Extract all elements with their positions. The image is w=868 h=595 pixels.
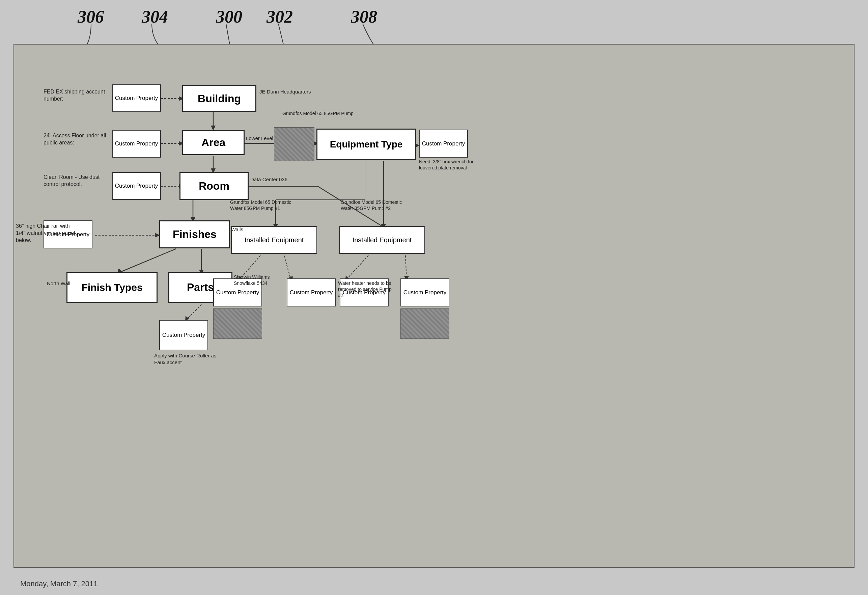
custom-property-area-node: Custom Property <box>112 130 161 158</box>
ref-304: 304 <box>142 7 168 27</box>
custom-property-equipment-type-node: Custom Property <box>419 130 468 158</box>
equipment-image-3 <box>400 308 449 339</box>
ref-302: 302 <box>267 7 293 27</box>
equipment-image-2 <box>213 308 262 339</box>
svg-line-27 <box>347 256 368 280</box>
custom-property-room-node: Custom Property <box>112 172 161 200</box>
annotation-clean-room: Clean Room - Use dust control protocol. <box>44 174 111 188</box>
annotation-water-heater: Water heater needs to be removed to serv… <box>338 280 399 299</box>
area-node: Area <box>182 130 245 155</box>
annotation-chair-rail: 36" high Chair rail with 1/4" walnut ven… <box>16 223 78 244</box>
custom-property-eq2b-node: Custom Property <box>400 278 449 306</box>
building-node: Building <box>182 85 256 112</box>
svg-line-10 <box>186 305 201 320</box>
custom-property-building-node: Custom Property <box>112 84 161 112</box>
page-container: 306 304 300 302 308 <box>0 0 868 595</box>
annotation-grundfos1: Grundfos Model 65 Domestic Water 85GPM P… <box>230 199 298 211</box>
installed-equipment-2-node: Installed Equipment <box>339 226 425 254</box>
equipment-image-1 <box>274 127 314 161</box>
finishes-node: Finishes <box>159 221 230 249</box>
footer-date: Monday, March 7, 2011 <box>20 579 98 588</box>
annotation-data-center: Data Center 036 <box>250 176 294 183</box>
annotation-walls: Walls <box>231 226 258 233</box>
diagram-area: Building Area Room Finishes Finish Types… <box>13 44 855 568</box>
annotation-access-floor: 24" Access Floor under all public areas: <box>44 132 111 147</box>
annotation-apply-faux: Apply with Course Roller as Faux accent <box>154 352 221 366</box>
ref-numbers-area: 306 304 300 302 308 <box>0 3 868 44</box>
custom-property-parts-node: Custom Property <box>159 320 208 350</box>
annotation-sherwin: Sherwin Williams Snowflake 5434 <box>234 274 286 286</box>
annotation-lower-level: Lower Level <box>246 135 290 142</box>
svg-line-6 <box>119 249 176 273</box>
room-node: Room <box>180 172 249 200</box>
annotation-fed-ex: FED EX shipping account number: <box>44 89 108 103</box>
annotation-grundfos-pump: Grundfos Model 65 85GPM Pump <box>282 110 367 117</box>
annotation-grundfos2: Grundfos Model 65 Domestic Water 85GPM P… <box>341 199 408 211</box>
annotation-box-wrench: Need: 3/8" box wrench for louvered plate… <box>419 158 486 171</box>
custom-property-eq1b-node: Custom Property <box>287 278 336 306</box>
ref-300: 300 <box>216 7 242 27</box>
annotation-je-dunn: JE Dunn Headquarters <box>260 89 320 95</box>
finish-types-node: Finish Types <box>66 272 158 303</box>
annotation-north-wall: North Wall <box>47 280 77 287</box>
ref-306: 306 <box>78 7 104 27</box>
equipment-type-node: Equipment Type <box>316 129 416 160</box>
ref-308: 308 <box>351 7 377 27</box>
svg-line-29 <box>406 256 406 280</box>
